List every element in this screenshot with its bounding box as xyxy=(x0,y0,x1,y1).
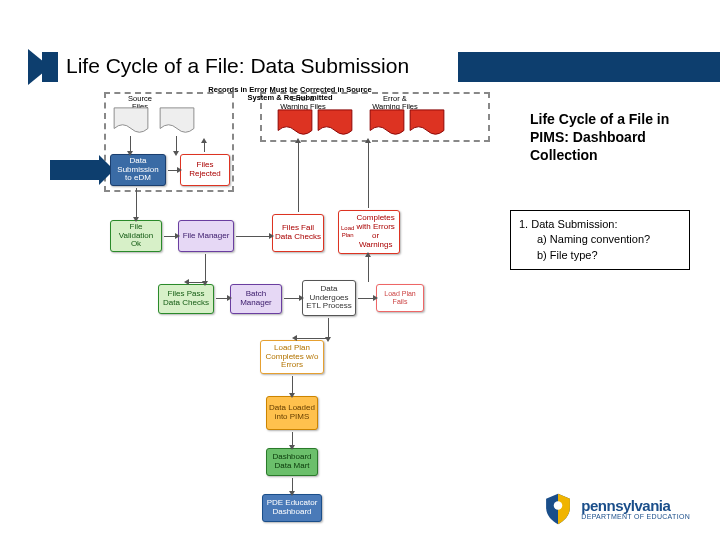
doc-icon xyxy=(112,106,150,136)
flowchart: Source Files Records in Error Must be Co… xyxy=(80,92,500,522)
node-batch-manager: Batch Manager xyxy=(230,284,282,314)
doc-icon xyxy=(158,106,196,136)
doc-icon xyxy=(276,108,314,138)
connector xyxy=(284,298,300,299)
connector xyxy=(292,478,293,492)
label: Completes with Errors or Warnings xyxy=(354,214,397,249)
connector xyxy=(236,236,270,237)
connector xyxy=(368,142,369,208)
connector xyxy=(216,298,228,299)
label: Load Plan xyxy=(341,225,354,238)
page-title: Life Cycle of a File: Data Submission xyxy=(66,54,409,78)
label: b) xyxy=(537,249,547,261)
node-validation-ok: File Validation Ok xyxy=(110,220,162,252)
node-etl: Data Undergoes ETL Process xyxy=(302,280,356,316)
logo-dept: DEPARTMENT OF EDUCATION xyxy=(581,513,690,520)
pa-logo: pennsylvania DEPARTMENT OF EDUCATION xyxy=(541,492,690,526)
connector xyxy=(136,188,137,218)
node-loaded: Data Loaded into PIMS xyxy=(266,396,318,430)
node-lp-ok: Load Plan Completes w/o Errors xyxy=(260,340,324,374)
connector xyxy=(368,256,369,282)
doc-icon xyxy=(408,108,446,138)
connector xyxy=(164,236,176,237)
label: Naming convention? xyxy=(550,233,650,245)
doc-icon xyxy=(316,108,354,138)
connector xyxy=(130,136,131,152)
connector xyxy=(292,376,293,394)
connector xyxy=(296,338,328,339)
connector xyxy=(204,142,205,152)
node-dashboard: PDE Educator Dashboard xyxy=(262,494,322,522)
node-pass-checks: Files Pass Data Checks xyxy=(158,284,214,314)
label: a) xyxy=(537,233,547,245)
node-files-rejected: Files Rejected xyxy=(180,154,230,186)
connector xyxy=(298,142,299,212)
side-heading: Life Cycle of a File in PIMS: Dashboard … xyxy=(530,110,690,165)
connector xyxy=(188,282,205,283)
doc-icon xyxy=(368,108,406,138)
label: Data Submission: xyxy=(531,218,617,230)
node-file-manager: File Manager xyxy=(178,220,234,252)
connector xyxy=(205,254,206,282)
svg-point-0 xyxy=(554,501,563,510)
label: 1. xyxy=(519,218,528,230)
logo-name: pennsylvania xyxy=(581,498,690,513)
node-completes-ew: Load PlanCompletes with Errors or Warnin… xyxy=(338,210,400,254)
connector xyxy=(168,170,178,171)
connector xyxy=(176,136,177,152)
node-fail-checks: Files Fail Data Checks xyxy=(272,214,324,252)
entry-arrow-icon xyxy=(50,160,100,180)
connector xyxy=(358,298,374,299)
node-lp-fails: Load Plan Fails xyxy=(376,284,424,312)
connector xyxy=(292,432,293,446)
node-data-mart: Dashboard Data Mart xyxy=(266,448,318,476)
node-data-submission: Data Submission to eDM xyxy=(110,154,166,186)
side-step-box: 1. Data Submission: a) Naming convention… xyxy=(510,210,690,270)
connector xyxy=(328,318,329,338)
label: File type? xyxy=(550,249,598,261)
shield-icon xyxy=(541,492,575,526)
